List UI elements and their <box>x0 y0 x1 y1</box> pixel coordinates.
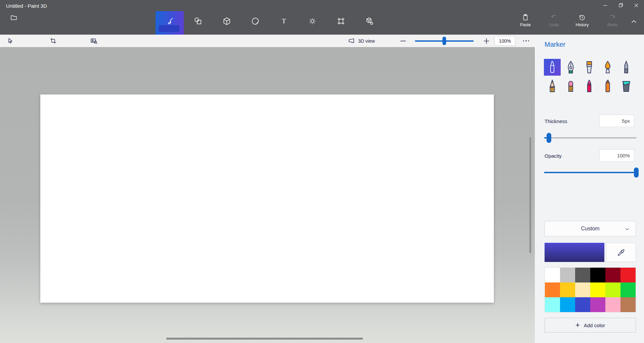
brush-eraser[interactable] <box>562 78 579 94</box>
horizontal-scrollbar[interactable] <box>166 338 363 340</box>
tab-stickers[interactable] <box>241 11 269 35</box>
menu-button[interactable] <box>7 12 20 23</box>
palette-swatch[interactable] <box>560 297 575 312</box>
palette-swatch[interactable] <box>575 268 590 282</box>
palette-swatch[interactable] <box>545 268 560 282</box>
paste-clipboard-icon <box>521 13 529 22</box>
history-clock-icon <box>578 13 586 22</box>
palette-swatch[interactable] <box>605 282 620 297</box>
zoom-slider-thumb[interactable] <box>442 37 446 45</box>
crop-icon <box>49 37 57 45</box>
redo-label: Redo <box>607 23 617 27</box>
tab-3d-shapes[interactable] <box>213 11 241 35</box>
brush-marker[interactable] <box>544 59 561 76</box>
thickness-slider[interactable] <box>544 133 636 143</box>
secondary-toolbar: 3D view 100% <box>0 35 535 47</box>
opacity-input[interactable]: 100% <box>599 149 634 162</box>
palette-swatch[interactable] <box>560 282 575 297</box>
palette-swatch[interactable] <box>605 297 620 312</box>
brush-spray-can[interactable] <box>599 78 616 94</box>
redo-icon <box>608 13 616 22</box>
brush-grid <box>544 59 635 94</box>
opacity-slider[interactable] <box>544 167 636 178</box>
eraser-icon <box>565 79 576 93</box>
2d-shapes-icon <box>194 16 203 26</box>
current-color-swatch[interactable] <box>545 243 604 262</box>
tab-canvas[interactable] <box>327 11 355 35</box>
undo-button[interactable]: Undo <box>544 13 564 27</box>
palette-swatch[interactable] <box>575 297 590 312</box>
history-button[interactable]: History <box>572 13 592 27</box>
3d-view-label: 3D view <box>358 38 375 44</box>
brush-fill[interactable] <box>618 78 635 94</box>
thickness-label: Thickness <box>545 118 567 124</box>
vertical-scrollbar[interactable] <box>529 137 531 253</box>
eyedropper-button[interactable] <box>606 243 636 262</box>
chevron-down-icon <box>624 226 630 232</box>
title-bar: Untitled - Paint 3D <box>0 0 644 35</box>
restore-button[interactable] <box>613 0 629 11</box>
history-label: History <box>576 23 589 27</box>
marker-icon <box>547 61 558 74</box>
crop-tool-button[interactable] <box>46 35 60 47</box>
palette-swatch[interactable] <box>605 268 620 282</box>
zoom-percentage[interactable]: 100% <box>495 36 515 46</box>
minimize-button[interactable] <box>598 0 613 11</box>
add-color-button[interactable]: + Add color <box>545 318 636 333</box>
palette-swatch[interactable] <box>560 268 575 282</box>
palette-swatch[interactable] <box>590 282 605 297</box>
thickness-slider-track[interactable] <box>544 137 636 139</box>
collapse-ribbon-button[interactable] <box>627 15 641 28</box>
magic-select-button[interactable] <box>87 35 101 47</box>
tab-effects[interactable] <box>298 11 327 35</box>
minus-icon <box>399 37 407 45</box>
palette-swatch[interactable] <box>590 297 605 312</box>
palette-swatch[interactable] <box>620 297 636 312</box>
crayon-icon <box>584 79 595 93</box>
select-tool-button[interactable] <box>3 35 17 47</box>
tab-text[interactable]: T <box>270 11 298 35</box>
paste-button[interactable]: Paste <box>515 13 535 27</box>
brush-watercolor[interactable] <box>599 59 616 76</box>
redo-button[interactable]: Redo <box>602 13 622 27</box>
tool-tabs: T <box>156 11 384 35</box>
palette-swatch[interactable] <box>620 268 636 282</box>
brush-crayon[interactable] <box>581 78 598 94</box>
paint3d-window: Untitled - Paint 3D <box>0 0 644 343</box>
brush-oil[interactable] <box>581 59 598 76</box>
thickness-slider-thumb[interactable] <box>547 133 551 143</box>
brush-pixel-pen[interactable] <box>618 59 635 76</box>
palette-dropdown[interactable]: Custom <box>545 221 636 236</box>
calligraphy-pen-icon <box>565 61 576 74</box>
close-icon <box>633 2 640 9</box>
sticker-icon <box>251 16 260 26</box>
3d-view-button[interactable]: 3D view <box>348 35 375 47</box>
tab-2d-shapes[interactable] <box>184 11 212 35</box>
drawing-canvas[interactable] <box>40 94 494 303</box>
zoom-in-button[interactable] <box>480 35 493 47</box>
spray-can-icon <box>602 79 613 93</box>
tab-brushes[interactable] <box>156 11 184 35</box>
3d-view-flag-icon <box>348 37 355 45</box>
palette-swatch[interactable] <box>575 282 590 297</box>
more-options-button[interactable] <box>519 35 533 47</box>
folder-menu-icon <box>10 13 18 22</box>
close-button[interactable] <box>629 0 644 11</box>
opacity-slider-thumb[interactable] <box>634 167 639 178</box>
palette-swatch[interactable] <box>620 282 636 297</box>
paintbrush-icon <box>165 16 174 26</box>
palette-swatch[interactable] <box>590 268 605 282</box>
palette-swatch[interactable] <box>545 282 560 297</box>
thickness-input[interactable]: 5px <box>599 115 634 127</box>
undo-icon <box>550 13 558 22</box>
brush-pencil[interactable] <box>544 78 561 94</box>
zoom-out-button[interactable] <box>396 35 410 47</box>
palette-swatch[interactable] <box>545 297 560 312</box>
tab-3d-library[interactable] <box>355 11 384 35</box>
text-icon: T <box>279 16 289 26</box>
oil-brush-icon <box>584 61 595 74</box>
zoom-slider[interactable] <box>415 37 474 45</box>
ellipsis-icon <box>523 40 524 42</box>
eyedropper-icon <box>617 248 626 257</box>
brush-calligraphy-pen[interactable] <box>562 59 579 76</box>
